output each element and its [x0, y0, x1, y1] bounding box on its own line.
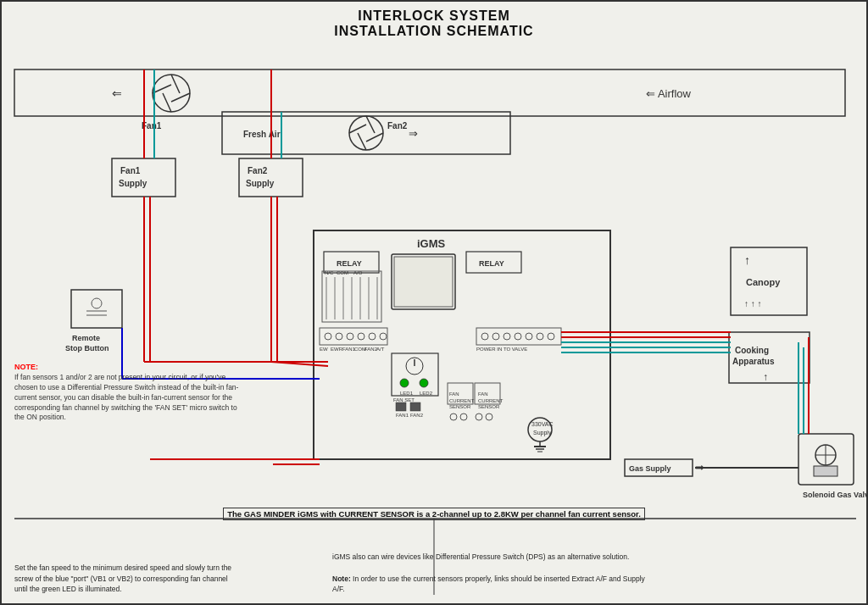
svg-rect-73 — [396, 402, 406, 411]
footer-left-text: Set the fan speed to the minimum desired… — [14, 563, 231, 594]
svg-text:330VAC: 330VAC — [531, 421, 554, 427]
svg-point-58 — [492, 333, 499, 340]
svg-rect-21 — [239, 158, 303, 197]
svg-text:CURRENT: CURRENT — [449, 398, 475, 403]
svg-text:LED2: LED2 — [420, 391, 433, 396]
footer-right-note-body: In order to use the current sensors prop… — [332, 574, 645, 594]
svg-text:Supply: Supply — [246, 179, 275, 188]
svg-text:LED1: LED1 — [400, 391, 414, 396]
svg-point-44 — [325, 333, 331, 340]
svg-text:A/T: A/T — [376, 347, 385, 352]
svg-point-48 — [369, 333, 376, 340]
bottom-bar: The GAS MINDER iGMS with CURRENT SENSOR … — [14, 509, 854, 519]
note-label: NOTE: — [14, 363, 38, 371]
svg-text:Stop Button: Stop Button — [65, 344, 108, 352]
svg-text:Supply: Supply — [533, 430, 552, 436]
footer-left: Set the fan speed to the minimum desired… — [14, 563, 311, 595]
svg-point-88 — [486, 414, 492, 420]
svg-rect-114 — [814, 466, 837, 476]
svg-rect-0 — [14, 69, 845, 116]
svg-text:Fan1: Fan1 — [120, 166, 141, 175]
svg-point-45 — [336, 333, 342, 340]
page-container: INTERLOCK SYSTEM INSTALLATION SCHEMATIC … — [0, 0, 868, 605]
svg-text:Canopy: Canopy — [746, 277, 781, 287]
footer-right-p2: Note: In order to use the current sensor… — [332, 574, 654, 596]
svg-text:FAN: FAN — [449, 391, 459, 397]
svg-text:Fan2: Fan2 — [248, 166, 268, 175]
svg-text:FAN2: FAN2 — [410, 413, 424, 418]
svg-point-59 — [504, 333, 510, 340]
svg-text:Remote: Remote — [72, 334, 100, 342]
svg-text:Fan2: Fan2 — [387, 121, 408, 130]
svg-text:Fresh Air: Fresh Air — [243, 130, 281, 139]
svg-line-4 — [163, 93, 171, 112]
svg-point-46 — [347, 333, 353, 340]
svg-line-13 — [366, 116, 375, 133]
svg-text:Gas Supply: Gas Supply — [629, 464, 671, 473]
svg-rect-18 — [112, 158, 175, 197]
svg-text:↑: ↑ — [763, 371, 768, 383]
svg-text:↑: ↑ — [744, 253, 750, 267]
svg-point-47 — [358, 333, 364, 340]
svg-point-70 — [420, 379, 428, 387]
svg-text:Supply: Supply — [119, 179, 147, 188]
svg-point-62 — [537, 333, 543, 340]
footer-right-p1: iGMS also can wire devices like Differen… — [332, 552, 654, 563]
svg-point-85 — [450, 414, 457, 420]
svg-point-68 — [400, 379, 409, 387]
svg-text:⇒: ⇒ — [409, 127, 418, 140]
svg-point-61 — [526, 333, 532, 340]
svg-text:POWER IN TO VALVE: POWER IN TO VALVE — [476, 347, 527, 352]
svg-point-63 — [548, 333, 554, 340]
svg-text:SENSOR: SENSOR — [478, 404, 500, 409]
svg-text:iGMS: iGMS — [417, 237, 446, 250]
svg-text:Cooking: Cooking — [735, 346, 769, 355]
note-section: NOTE: If fan sensors 1 and/or 2 are not … — [14, 362, 243, 423]
svg-text:⇐: ⇐ — [112, 86, 122, 100]
svg-text:SENSOR: SENSOR — [449, 404, 471, 409]
svg-text:EW: EW — [320, 347, 328, 352]
svg-point-2 — [153, 75, 190, 112]
svg-text:N/C: N/C — [325, 270, 334, 275]
svg-text:FAN1: FAN1 — [396, 413, 409, 418]
svg-text:⇐ Airflow: ⇐ Airflow — [646, 87, 692, 100]
svg-point-87 — [476, 414, 482, 420]
svg-text:Solenoid Gas Valve: Solenoid Gas Valve — [803, 491, 868, 499]
svg-text:↑ ↑ ↑: ↑ ↑ ↑ — [744, 299, 762, 308]
svg-line-3 — [171, 75, 180, 93]
svg-line-16 — [366, 133, 383, 142]
svg-text:COM: COM — [337, 270, 348, 275]
svg-point-60 — [515, 333, 521, 340]
svg-line-6 — [171, 93, 190, 102]
svg-point-12 — [349, 116, 383, 150]
svg-rect-74 — [410, 402, 420, 411]
svg-line-14 — [358, 133, 366, 150]
svg-point-57 — [481, 333, 488, 340]
svg-line-15 — [349, 125, 366, 133]
svg-point-49 — [380, 333, 387, 340]
svg-text:EWR: EWR — [331, 347, 343, 352]
svg-text:CURRENT: CURRENT — [478, 398, 504, 403]
svg-rect-56 — [476, 328, 561, 345]
svg-rect-40 — [394, 257, 453, 307]
svg-text:FAN SET: FAN SET — [393, 397, 415, 402]
svg-text:FAN: FAN — [478, 391, 488, 397]
svg-text:RELAY: RELAY — [479, 259, 504, 268]
note-body: If fan sensors 1 and/or 2 are not presen… — [14, 373, 238, 422]
svg-line-5 — [153, 85, 171, 93]
bottom-bar-text: The GAS MINDER iGMS with CURRENT SENSOR … — [223, 508, 645, 520]
svg-text:Apparatus: Apparatus — [732, 357, 775, 366]
footer-right: iGMS also can wire devices like Differen… — [332, 552, 654, 595]
svg-point-86 — [460, 414, 467, 420]
footer-right-note-label: Note: — [332, 574, 353, 583]
svg-text:RELAY: RELAY — [337, 259, 362, 268]
svg-point-97 — [92, 298, 102, 308]
svg-text:A/O: A/O — [353, 270, 363, 275]
